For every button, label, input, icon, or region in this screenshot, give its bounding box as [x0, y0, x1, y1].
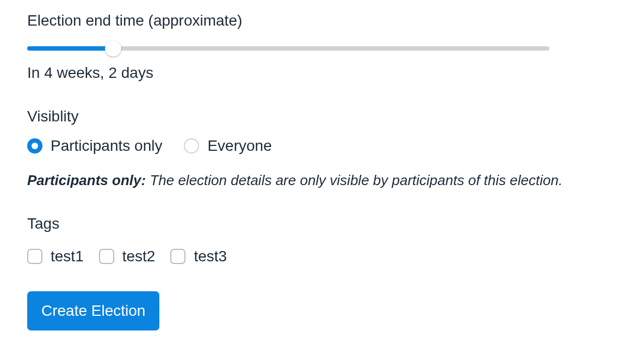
tags-label: Tags: [27, 215, 617, 232]
visibility-option-participants[interactable]: Participants only: [27, 137, 162, 155]
tag-label: test2: [122, 248, 156, 265]
end-time-value: In 4 weeks, 2 days: [27, 64, 617, 82]
tag-item-0[interactable]: test1: [27, 248, 84, 265]
visibility-description: Participants only: The election details …: [27, 172, 617, 189]
visibility-radio-group: Participants only Everyone: [27, 137, 617, 155]
tag-item-1[interactable]: test2: [99, 248, 156, 265]
tag-label: test3: [194, 248, 227, 265]
create-election-button[interactable]: Create Election: [27, 291, 159, 330]
slider-handle[interactable]: [105, 40, 121, 57]
tag-item-2[interactable]: test3: [170, 248, 227, 265]
radio-icon: [27, 138, 42, 154]
radio-icon: [184, 138, 199, 154]
visibility-label: Visiblity: [27, 108, 617, 125]
checkbox-icon: [170, 249, 185, 264]
visibility-description-prefix: Participants only:: [27, 172, 146, 188]
visibility-description-text: The election details are only visible by…: [146, 172, 562, 188]
slider-fill: [27, 46, 113, 51]
radio-label: Everyone: [207, 137, 271, 155]
end-time-slider[interactable]: [27, 40, 549, 57]
radio-label: Participants only: [51, 137, 162, 155]
checkbox-icon: [99, 249, 114, 264]
checkbox-icon: [27, 249, 42, 264]
visibility-option-everyone[interactable]: Everyone: [184, 137, 271, 155]
tag-label: test1: [51, 248, 84, 265]
end-time-label: Election end time (approximate): [27, 12, 617, 29]
tags-group: test1 test2 test3: [27, 248, 617, 265]
